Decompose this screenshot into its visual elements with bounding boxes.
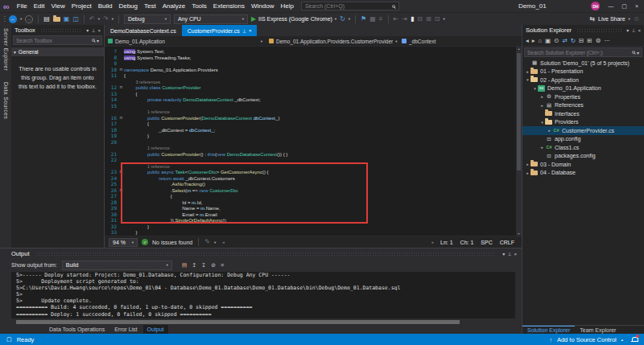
live-share-icon[interactable]: ⇆ bbox=[589, 14, 595, 24]
chevron-down-icon[interactable]: ▾ bbox=[86, 27, 89, 33]
previous-message-icon[interactable]: ↥ bbox=[192, 262, 196, 269]
refresh-icon[interactable]: ↻ bbox=[340, 14, 345, 24]
tree-item-01-presentation[interactable]: ▸01 - Presentation bbox=[522, 68, 644, 76]
background-tasks-icon[interactable]: ▢ bbox=[6, 336, 12, 343]
chevron-down-icon[interactable]: ▾ bbox=[626, 27, 629, 33]
live-share-label[interactable]: Live Share bbox=[598, 16, 625, 22]
code-line[interactable]: 16⊟ public CustomerProvider(DemoDatabase… bbox=[105, 115, 522, 121]
close-icon[interactable]: × bbox=[249, 28, 252, 33]
code-line[interactable]: 23⊟ public async Task<CustomerDto> GetCu… bbox=[105, 169, 522, 175]
tree-item-demo-01-application[interactable]: ▾C#Demo_01.Application bbox=[522, 84, 644, 93]
pin-icon[interactable]: ⊥ bbox=[507, 251, 511, 257]
menu-extensions[interactable]: Extensions bbox=[210, 2, 248, 10]
menu-file[interactable]: File bbox=[14, 2, 31, 10]
menu-window[interactable]: Window bbox=[248, 2, 277, 10]
code-lens-label[interactable]: 1 reference bbox=[147, 146, 170, 150]
toolbar-options-dropdown-icon[interactable]: ▾ bbox=[443, 17, 444, 21]
code-line[interactable]: 12⊟ public class CustomerProvider bbox=[105, 84, 522, 91]
pin-icon[interactable]: ⊥ bbox=[242, 28, 246, 34]
code-lens-label[interactable]: 1 reference bbox=[147, 109, 170, 114]
next-document-icon[interactable]: ⇥ bbox=[402, 14, 407, 24]
editor-tab-customerprovider-cs[interactable]: CustomerProvider.cs⊥× bbox=[182, 25, 258, 36]
scroll-up-icon[interactable]: ▴ bbox=[516, 47, 522, 51]
menu-view[interactable]: View bbox=[48, 2, 68, 10]
configuration-dropdown[interactable]: Debug ▾ bbox=[124, 14, 171, 24]
bottom-tab-output[interactable]: Output bbox=[143, 325, 168, 334]
panel-drag-handle[interactable] bbox=[40, 28, 81, 32]
pin-icon[interactable]: ⊥ bbox=[631, 27, 635, 33]
previous-document-icon[interactable]: ⇤ bbox=[394, 14, 399, 24]
refresh-dropdown-icon[interactable]: ▾ bbox=[349, 17, 350, 21]
maximize-button[interactable]: ▢ bbox=[621, 1, 627, 12]
code-line[interactable]: 26⊟ .Select(m => new CustomerDto bbox=[105, 187, 522, 194]
tree-item-solution-demo-01-5-of-5-projects-[interactable]: ▦Solution 'Demo_01' (5 of 5 projects) bbox=[522, 59, 644, 68]
code-line[interactable]: 27 { bbox=[105, 193, 522, 199]
word-wrap-icon[interactable]: ≡ bbox=[221, 262, 224, 269]
code-line[interactable]: 25 .AsNoTracking() bbox=[105, 181, 522, 187]
redo-dropdown-icon[interactable]: ▾ bbox=[112, 17, 114, 21]
explorer-tab-team-explorer[interactable]: Team Explorer bbox=[575, 326, 621, 334]
code-line[interactable]: 13 { bbox=[105, 91, 522, 97]
breadcrumb-project[interactable]: Demo_01.Application ▾ bbox=[105, 36, 266, 46]
pin-icon[interactable]: ⊥ bbox=[91, 27, 95, 33]
undo-icon[interactable]: ↶ bbox=[89, 14, 95, 24]
scrollbar-thumb[interactable] bbox=[517, 53, 521, 170]
tree-item-04-database[interactable]: ▸04 - Database bbox=[522, 169, 644, 178]
line-indicator[interactable]: Ln: 1 bbox=[440, 240, 453, 245]
avatar[interactable]: DH bbox=[591, 2, 600, 10]
back-icon[interactable]: ◂ bbox=[526, 37, 529, 44]
chevron-down-icon[interactable]: ▾ bbox=[525, 77, 530, 82]
fold-marker-icon[interactable]: ⊟ bbox=[118, 187, 124, 194]
chevron-right-icon[interactable]: ▸ bbox=[539, 145, 545, 150]
menu-debug[interactable]: Debug bbox=[115, 2, 141, 10]
output-log[interactable]: 5>------ Deploy started: Project: Demo_0… bbox=[11, 272, 515, 318]
output-horizontal-scrollbar[interactable] bbox=[11, 319, 515, 325]
bottom-tab-data-tools-operations[interactable]: Data Tools Operations bbox=[45, 325, 109, 334]
chevron-right-icon[interactable]: ▸ bbox=[525, 69, 530, 74]
outdent-icon[interactable]: ⊞ bbox=[426, 14, 431, 24]
code-line[interactable]: 11{ bbox=[105, 72, 522, 79]
scroll-right-icon[interactable]: ▸ bbox=[431, 240, 434, 244]
live-share-dropdown-icon[interactable]: ▾ bbox=[629, 17, 630, 21]
fold-marker-icon[interactable]: ⊟ bbox=[118, 169, 124, 175]
code-line[interactable]: 33 } bbox=[105, 229, 522, 236]
chevron-right-icon[interactable]: ▸ bbox=[525, 170, 530, 175]
zoom-dropdown[interactable]: 94 % ▾ bbox=[109, 238, 138, 247]
menu-edit[interactable]: Edit bbox=[31, 2, 48, 10]
breadcrumb-type[interactable]: Demo_01.Application.Providers.CustomerPr… bbox=[266, 36, 398, 46]
open-file-icon[interactable] bbox=[53, 17, 60, 22]
panel-drag-handle[interactable] bbox=[576, 28, 621, 32]
refresh-icon[interactable]: ↻ bbox=[571, 37, 576, 44]
fold-marker-icon[interactable]: ⊟ bbox=[118, 84, 124, 91]
tree-item-packages-config[interactable]: ⊡packages.config bbox=[522, 152, 644, 161]
menu-tools[interactable]: Tools bbox=[188, 2, 210, 10]
scroll-left-icon[interactable]: ◂ bbox=[222, 240, 225, 244]
chevron-down-icon[interactable]: ▾ bbox=[502, 251, 505, 257]
toolbox-search-input[interactable]: Search Toolbox ▾ bbox=[13, 35, 102, 45]
save-all-icon[interactable]: ◫ bbox=[72, 14, 79, 24]
explorer-tab-solution-explorer[interactable]: Solution Explorer bbox=[522, 326, 575, 334]
menu-analyze[interactable]: Analyze bbox=[159, 2, 188, 10]
menu-build[interactable]: Build bbox=[95, 2, 116, 10]
clear-all-icon[interactable]: ⊘ bbox=[211, 262, 216, 269]
add-to-source-control-button[interactable]: Add to Source Control bbox=[557, 336, 617, 343]
tree-item-02-application[interactable]: ▾02 - Application bbox=[522, 76, 644, 84]
code-line[interactable]: 20 bbox=[105, 139, 522, 146]
close-icon[interactable]: × bbox=[514, 252, 517, 257]
toolbox-section-general[interactable]: ▾ General bbox=[11, 47, 104, 56]
code-line[interactable]: 21 public CustomerProvider() : this(new … bbox=[105, 151, 522, 158]
filter-icon[interactable]: ⊙ bbox=[554, 37, 559, 44]
tree-item-interfaces[interactable]: Interfaces bbox=[522, 109, 644, 118]
tree-item-class1-cs[interactable]: ▸C#Class1.cs bbox=[522, 143, 644, 152]
code-line[interactable]: 30 Email = m.Email bbox=[105, 212, 522, 218]
chevron-up-icon[interactable]: ▴ bbox=[621, 338, 623, 342]
issues-label[interactable]: No issues found bbox=[152, 240, 192, 245]
save-icon[interactable]: ▣ bbox=[64, 14, 70, 24]
code-cleanup-icon[interactable]: ✎ bbox=[204, 237, 210, 247]
code-line[interactable]: 7using System.Text; bbox=[105, 48, 522, 55]
close-button[interactable]: × bbox=[635, 1, 638, 12]
tree-item-references[interactable]: ▸▤References bbox=[522, 101, 644, 110]
screenshot-icon[interactable]: ▦ bbox=[369, 14, 376, 24]
attach-to-process-icon[interactable]: ⚑ bbox=[361, 14, 366, 24]
code-line[interactable]: 34} bbox=[105, 236, 522, 236]
